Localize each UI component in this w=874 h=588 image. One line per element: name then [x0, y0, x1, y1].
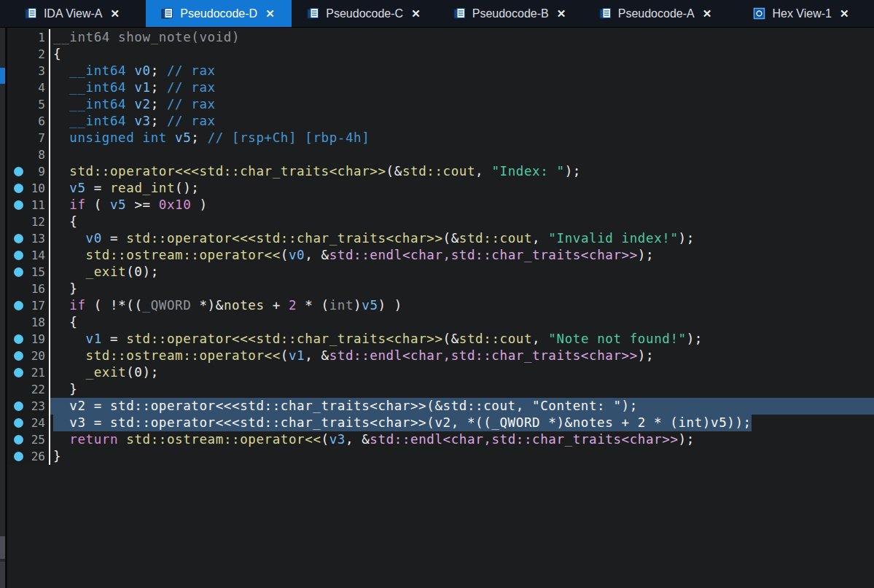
- breakpoint-icon[interactable]: [14, 368, 23, 377]
- code-line-content[interactable]: if ( !*((_QWORD *)&notes + 2 * (int)v5) …: [49, 297, 874, 314]
- breakpoint-gutter[interactable]: [7, 96, 27, 113]
- code-line-content[interactable]: v3 = std::operator<<<std::char_traits<ch…: [49, 415, 874, 431]
- code-line[interactable]: 17 if ( !*((_QWORD *)&notes + 2 * (int)v…: [7, 297, 874, 314]
- breakpoint-gutter[interactable]: [7, 348, 27, 364]
- code-line-content[interactable]: v5 = read_int();: [49, 180, 874, 197]
- breakpoint-gutter[interactable]: [7, 230, 27, 247]
- breakpoint-gutter[interactable]: [7, 197, 27, 213]
- tab-pseudocode-c[interactable]: Pseudocode-C✕: [292, 0, 437, 27]
- breakpoint-icon[interactable]: [14, 452, 23, 461]
- code-line[interactable]: 12 {: [7, 213, 874, 230]
- code-line[interactable]: 21 _exit(0);: [7, 364, 874, 381]
- code-line-content[interactable]: v1 = std::operator<<<std::char_traits<ch…: [49, 331, 874, 348]
- tab-close-icon[interactable]: ✕: [838, 7, 851, 20]
- code-line[interactable]: 18 {: [7, 314, 874, 331]
- breakpoint-gutter[interactable]: [7, 63, 27, 79]
- code-line[interactable]: 13 v0 = std::operator<<<std::char_traits…: [7, 230, 874, 247]
- breakpoint-icon[interactable]: [14, 351, 23, 361]
- tab-close-icon[interactable]: ✕: [410, 7, 422, 20]
- code-line[interactable]: 9 std::operator<<<std::char_traits<char>…: [7, 163, 874, 180]
- code-line[interactable]: 7 unsigned int v5; // [rsp+Ch] [rbp-4h]: [7, 130, 874, 146]
- code-line-content[interactable]: std::ostream::operator<<(v1, &std::endl<…: [49, 348, 874, 364]
- code-line-content[interactable]: v2 = std::operator<<<std::char_traits<ch…: [49, 398, 874, 415]
- code-line-content[interactable]: std::operator<<<std::char_traits<char>>(…: [49, 163, 874, 180]
- code-line[interactable]: 10 v5 = read_int();: [7, 180, 874, 197]
- tab-close-icon[interactable]: ✕: [264, 7, 276, 20]
- code-line[interactable]: 20 std::ostream::operator<<(v1, &std::en…: [7, 348, 874, 364]
- code-line-content[interactable]: if ( v5 >= 0x10 ): [49, 197, 874, 213]
- tab-close-icon[interactable]: ✕: [109, 7, 122, 20]
- scroll-marker-strip[interactable]: [0, 28, 5, 588]
- code-line-content[interactable]: }: [49, 281, 874, 297]
- breakpoint-gutter[interactable]: [7, 130, 27, 146]
- breakpoint-icon[interactable]: [14, 418, 23, 428]
- code-line-content[interactable]: {: [49, 213, 874, 230]
- breakpoint-icon[interactable]: [14, 435, 23, 444]
- breakpoint-icon[interactable]: [14, 184, 23, 193]
- breakpoint-icon[interactable]: [14, 267, 23, 277]
- code-line-content[interactable]: v0 = std::operator<<<std::char_traits<ch…: [49, 230, 874, 247]
- code-line[interactable]: 23 v2 = std::operator<<<std::char_traits…: [7, 398, 874, 415]
- tab-pseudocode-d[interactable]: Pseudocode-D✕: [146, 0, 292, 27]
- pseudocode-editor[interactable]: 1__int64 show_note(void)2{3 __int64 v0; …: [7, 28, 874, 588]
- breakpoint-gutter[interactable]: [7, 398, 27, 415]
- breakpoint-gutter[interactable]: [7, 314, 27, 331]
- breakpoint-icon[interactable]: [14, 234, 23, 243]
- breakpoint-gutter[interactable]: [7, 415, 27, 431]
- breakpoint-gutter[interactable]: [7, 79, 27, 96]
- breakpoint-gutter[interactable]: [7, 29, 27, 46]
- code-line[interactable]: 14 std::ostream::operator<<(v0, &std::en…: [7, 247, 874, 264]
- code-line-content[interactable]: }: [49, 381, 874, 398]
- breakpoint-gutter[interactable]: [7, 213, 27, 230]
- code-line-content[interactable]: }: [49, 448, 874, 465]
- code-line[interactable]: 15 _exit(0);: [7, 264, 874, 281]
- code-line-content[interactable]: _exit(0);: [49, 264, 874, 281]
- code-line[interactable]: 6 __int64 v3; // rax: [7, 113, 874, 130]
- breakpoint-icon[interactable]: [14, 200, 23, 210]
- breakpoint-gutter[interactable]: [7, 381, 27, 398]
- code-line-content[interactable]: __int64 v0; // rax: [49, 63, 874, 79]
- code-line[interactable]: 4 __int64 v1; // rax: [7, 79, 874, 96]
- breakpoint-gutter[interactable]: [7, 180, 27, 197]
- code-line-content[interactable]: std::ostream::operator<<(v0, &std::endl<…: [49, 247, 874, 264]
- code-line[interactable]: 8: [7, 146, 874, 163]
- code-line[interactable]: 5 __int64 v2; // rax: [7, 96, 874, 113]
- breakpoint-icon[interactable]: [14, 334, 23, 344]
- breakpoint-gutter[interactable]: [7, 247, 27, 264]
- breakpoint-gutter[interactable]: [7, 297, 27, 314]
- tab-pseudocode-a[interactable]: Pseudocode-A✕: [583, 0, 729, 27]
- code-line-content[interactable]: unsigned int v5; // [rsp+Ch] [rbp-4h]: [49, 130, 874, 146]
- code-line-content[interactable]: _exit(0);: [49, 364, 874, 381]
- code-line-content[interactable]: __int64 v2; // rax: [49, 96, 874, 113]
- breakpoint-icon[interactable]: [14, 401, 23, 411]
- breakpoint-gutter[interactable]: [7, 364, 27, 381]
- breakpoint-icon[interactable]: [14, 301, 23, 310]
- tab-hex-view-1[interactable]: Hex View-1✕: [729, 0, 874, 27]
- breakpoint-icon[interactable]: [14, 167, 23, 176]
- code-line[interactable]: 1__int64 show_note(void): [7, 29, 874, 46]
- tab-pseudocode-b[interactable]: Pseudocode-B✕: [437, 0, 583, 27]
- code-line[interactable]: 2{: [7, 46, 874, 63]
- code-line-content[interactable]: __int64 v3; // rax: [49, 113, 874, 130]
- code-line[interactable]: 22 }: [7, 381, 874, 398]
- breakpoint-gutter[interactable]: [7, 113, 27, 130]
- code-line[interactable]: 26}: [7, 448, 874, 465]
- breakpoint-gutter[interactable]: [7, 46, 27, 63]
- breakpoint-gutter[interactable]: [7, 331, 27, 348]
- breakpoint-gutter[interactable]: [7, 281, 27, 297]
- breakpoint-icon[interactable]: [14, 251, 23, 260]
- code-line[interactable]: 16 }: [7, 281, 874, 297]
- code-line[interactable]: 24 v3 = std::operator<<<std::char_traits…: [7, 415, 874, 431]
- breakpoint-gutter[interactable]: [7, 163, 27, 180]
- code-line-content[interactable]: __int64 v1; // rax: [49, 79, 874, 96]
- code-line[interactable]: 25 return std::ostream::operator<<(v3, &…: [7, 431, 874, 448]
- code-line-content[interactable]: [49, 146, 874, 163]
- code-line[interactable]: 3 __int64 v0; // rax: [7, 63, 874, 79]
- code-line[interactable]: 11 if ( v5 >= 0x10 ): [7, 197, 874, 213]
- breakpoint-gutter[interactable]: [7, 431, 27, 448]
- tab-ida-view-a[interactable]: IDA View-A✕: [0, 0, 146, 27]
- tab-close-icon[interactable]: ✕: [701, 7, 714, 20]
- breakpoint-gutter[interactable]: [7, 146, 27, 163]
- code-line-content[interactable]: __int64 show_note(void): [49, 29, 874, 46]
- breakpoint-gutter[interactable]: [7, 264, 27, 281]
